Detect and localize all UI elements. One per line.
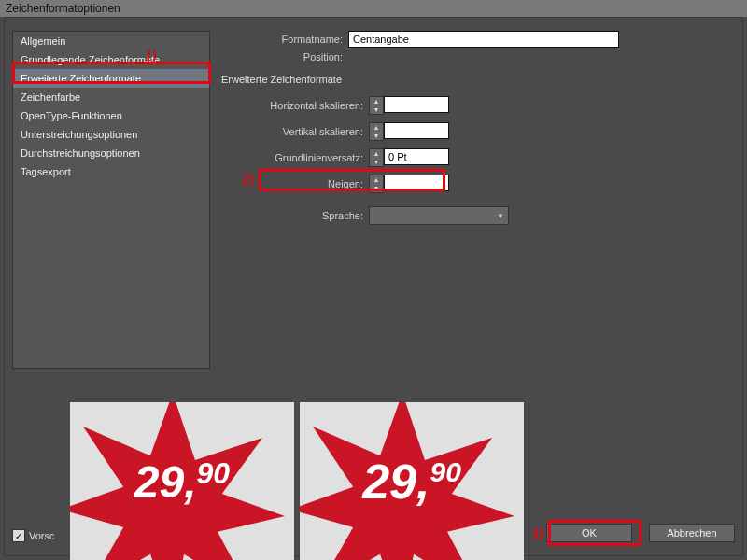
chevron-up-icon[interactable]: ▲ [370, 149, 383, 158]
hscale-input[interactable] [384, 96, 449, 113]
lang-label: Sprache: [233, 210, 363, 221]
chevron-down-icon[interactable]: ▼ [370, 132, 383, 140]
sidebar-item-unterstreichung[interactable]: Unterstreichungsoptionen [13, 125, 209, 144]
sidebar-item-opentype[interactable]: OpenType-Funktionen [13, 106, 209, 125]
chevron-down-icon[interactable]: ▼ [370, 158, 383, 166]
vscale-spinner[interactable]: ▲▼ [369, 122, 449, 141]
preview-images: 29,90 29,90 [70, 402, 524, 560]
window-title: Zeichenformatoptionen [6, 2, 120, 15]
vscale-input[interactable] [384, 122, 449, 139]
sidebar-item-grundlegende[interactable]: Grundlegende Zeichenformate [13, 50, 209, 69]
hscale-label: Horizontal skalieren: [233, 100, 363, 111]
preview-after: 29,90 [300, 402, 524, 560]
lang-dropdown[interactable]: ▼ [369, 206, 509, 225]
chevron-up-icon[interactable]: ▲ [370, 97, 383, 105]
annotation-1: 1) [145, 48, 157, 64]
chevron-up-icon[interactable]: ▲ [370, 123, 383, 132]
sidebar-item-durchstreichung[interactable]: Durchstreichungsoptionen [13, 144, 209, 162]
cancel-button[interactable]: Abbrechen [649, 524, 735, 542]
annotation-2: 2) [242, 171, 254, 188]
sidebar-item-tagsexport[interactable]: Tagsexport [13, 162, 209, 181]
section-title: Erweiterte Zeichenformate [221, 74, 729, 85]
baseline-spinner[interactable]: ▲▼ [369, 148, 449, 167]
titlebar: Zeichenformatoptionen [0, 0, 747, 17]
ok-button[interactable]: OK [546, 524, 632, 542]
chevron-up-icon[interactable]: ▲ [370, 175, 383, 184]
skew-spinner[interactable]: ▲▼ [369, 175, 449, 193]
caret-down-icon: ▼ [497, 212, 504, 220]
preview-label: Vorsc [29, 530, 55, 541]
chevron-down-icon[interactable]: ▼ [370, 105, 383, 114]
preview-checkbox[interactable]: ✓ Vorsc [12, 529, 55, 542]
baseline-input[interactable] [384, 148, 449, 165]
baseline-label: Grundlinienversatz: [233, 152, 363, 163]
position-label: Position: [221, 51, 343, 63]
price-minor: 90 [197, 456, 231, 490]
preview-before: 29,90 [70, 402, 294, 560]
chevron-down-icon[interactable]: ▼ [370, 184, 383, 192]
skew-input[interactable] [384, 175, 449, 191]
price-major: 29, [134, 457, 197, 507]
sidebar: Allgemein Grundlegende Zeichenformate Er… [12, 31, 210, 369]
dialog-window: Allgemein Grundlegende Zeichenformate Er… [4, 17, 743, 556]
vscale-label: Vertikal skalieren: [233, 126, 363, 137]
formatname-label: Formatname: [221, 34, 343, 45]
checkmark-icon: ✓ [12, 529, 25, 542]
sidebar-item-zeichenfarbe[interactable]: Zeichenfarbe [13, 88, 209, 106]
hscale-spinner[interactable]: ▲▼ [369, 96, 449, 115]
price-major: 29, [362, 455, 430, 509]
content-panel: Formatname: Position: Erweiterte Zeichen… [221, 31, 729, 367]
sidebar-item-erweiterte[interactable]: Erweiterte Zeichenformate [13, 69, 209, 88]
sidebar-item-allgemein[interactable]: Allgemein [13, 32, 209, 50]
price-minor: 90 [430, 456, 460, 487]
annotation-3: 3) [531, 525, 543, 542]
formatname-input[interactable] [348, 31, 619, 48]
